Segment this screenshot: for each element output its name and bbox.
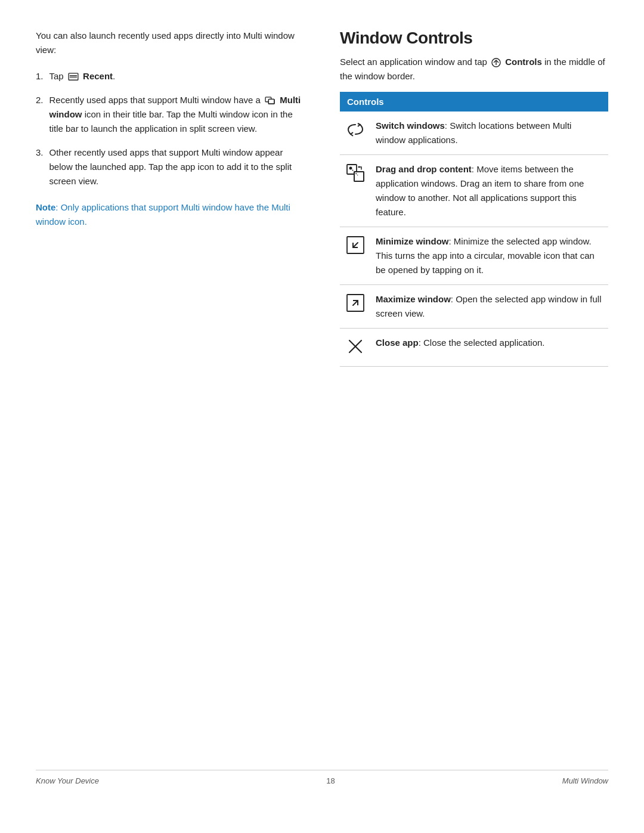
svg-rect-4 [268,99,274,104]
drag-drop-label: Drag and drop content [376,164,472,174]
switch-windows-text: Switch windows: Switch locations between… [371,112,608,155]
svg-line-16 [353,301,358,305]
step-3: 3. Other recently used apps that support… [36,145,304,188]
steps-list: 1. Tap Recent. [36,69,304,188]
recent-icon [68,73,79,81]
switch-windows-icon [345,132,366,142]
svg-rect-1 [70,75,77,76]
close-icon-cell [340,329,371,367]
right-column: Window Controls Select an application wi… [340,29,608,770]
step-2: 2. Recently used apps that support Multi… [36,93,304,136]
switch-icon-cell [340,112,371,155]
section-title: Window Controls [340,29,608,48]
close-app-icon [345,349,366,359]
maximize-window-label: Maximize window [376,294,451,304]
minimize-window-label: Minimize window [376,236,449,246]
controls-row-close: Close app: Close the selected applicatio… [340,329,608,367]
intro-paragraph: You can also launch recently used apps d… [36,29,304,57]
footer-right: Multi Window [562,776,608,785]
recent-label: Recent [83,71,113,81]
controls-row-switch: Switch windows: Switch locations between… [340,112,608,155]
close-app-text: Close app: Close the selected applicatio… [371,329,608,367]
drag-drop-icon [345,175,366,185]
close-app-label: Close app [376,337,419,348]
two-column-layout: You can also launch recently used apps d… [36,29,608,770]
page-container: You can also launch recently used apps d… [0,0,644,833]
multiwindow-label: Multi window [49,95,301,119]
controls-word: Controls [505,57,542,67]
controls-tap-icon [491,57,501,68]
controls-row-maximize: Maximize window: Open the selected app w… [340,285,608,329]
svg-line-14 [353,243,358,247]
step-1-content: Tap Recent. [49,69,304,83]
step-3-number: 3. [36,145,44,188]
drag-drop-text: Drag and drop content: Move items betwee… [371,155,608,227]
minimize-window-text: Minimize window: Minimize the selected a… [371,227,608,285]
minimize-window-icon [345,247,366,258]
multiwindow-icon [265,97,275,105]
minimize-icon-cell [340,227,371,285]
svg-rect-0 [69,73,78,80]
switch-windows-label: Switch windows [376,120,445,131]
svg-rect-2 [70,77,77,78]
footer-page-number: 18 [326,776,335,785]
step-1-number: 1. [36,69,44,83]
left-column: You can also launch recently used apps d… [36,29,304,770]
svg-rect-8 [354,172,364,181]
maximize-window-icon [345,305,366,315]
note-paragraph: Note: Only applications that support Mul… [36,200,304,229]
step-2-content: Recently used apps that support Multi wi… [49,93,304,136]
controls-row-drag: Drag and drop content: Move items betwee… [340,155,608,227]
step-2-number: 2. [36,93,44,136]
controls-table: Controls [340,92,608,367]
controls-table-header: Controls [340,92,608,112]
close-app-desc: : Close the selected application. [419,337,545,348]
maximize-icon-cell [340,285,371,329]
controls-row-minimize: Minimize window: Minimize the selected a… [340,227,608,285]
page-footer: Know Your Device 18 Multi Window [36,770,608,785]
step-1: 1. Tap Recent. [36,69,304,83]
maximize-window-text: Maximize window: Open the selected app w… [371,285,608,329]
note-label: Note [36,202,55,212]
footer-left: Know Your Device [36,776,99,785]
drag-icon-cell [340,155,371,227]
section-intro: Select an application window and tap Con… [340,55,608,83]
step-3-content: Other recently used apps that support Mu… [49,145,304,188]
